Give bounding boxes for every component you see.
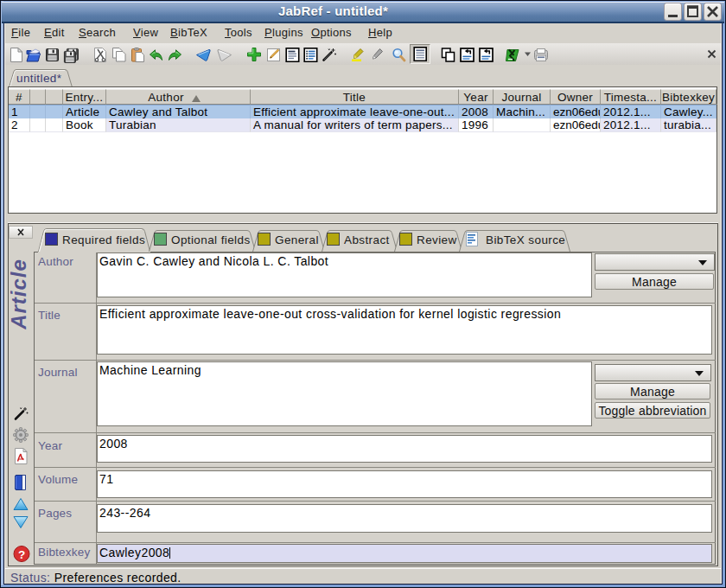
svg-text:?: ? [18,548,25,561]
